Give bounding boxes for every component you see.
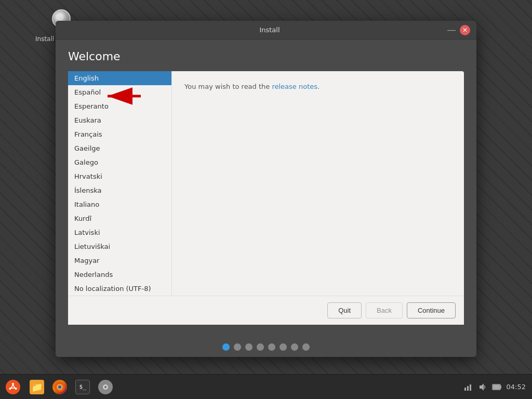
- footer-buttons: Quit Back Continue: [68, 296, 464, 325]
- install-window: Install — ✕ Welcome EnglishEspañolEspera…: [56, 21, 476, 357]
- taskbar-apps: 📁 $_: [26, 376, 116, 398]
- taskbar-app-firefox[interactable]: [49, 376, 71, 398]
- svg-rect-14: [470, 384, 471, 391]
- content-row: EnglishEspañolEsperantoEuskaraFrançaisGa…: [68, 71, 464, 296]
- continue-button[interactable]: Continue: [407, 302, 456, 318]
- language-item-espanol[interactable]: Español: [68, 85, 171, 99]
- release-notes-link[interactable]: release notes: [272, 83, 317, 90]
- battery-icon[interactable]: [492, 382, 502, 392]
- language-item-gaeilge[interactable]: Gaeilge: [68, 141, 171, 155]
- language-item-hrvatski[interactable]: Hrvatski: [68, 169, 171, 183]
- svg-rect-12: [464, 388, 466, 391]
- right-panel: You may wish to read the release notes.: [172, 71, 464, 296]
- progress-dot-7: [302, 343, 310, 351]
- desktop-install-label: Install: [35, 35, 54, 43]
- welcome-heading: Welcome: [68, 50, 464, 63]
- back-button[interactable]: Back: [366, 302, 403, 318]
- language-item-galego[interactable]: Galego: [68, 155, 171, 169]
- language-item-no_localization[interactable]: No localization (UTF-8): [68, 282, 171, 296]
- progress-dots: [56, 335, 476, 357]
- window-title: Install: [93, 26, 446, 34]
- files-icon: 📁: [30, 380, 44, 394]
- language-item-lietuviska[interactable]: Lietuviškai: [68, 240, 171, 254]
- taskbar-right: 04:52: [463, 382, 530, 392]
- network-icon[interactable]: [463, 382, 473, 392]
- progress-dot-6: [291, 343, 298, 351]
- progress-dot-5: [280, 343, 287, 351]
- firefox-icon: [52, 380, 67, 394]
- svg-rect-17: [500, 385, 501, 389]
- window-controls: — ✕: [446, 25, 470, 35]
- main-content-area: EnglishEspañolEsperantoEuskaraFrançaisGa…: [68, 71, 464, 325]
- svg-marker-15: [480, 383, 484, 391]
- language-item-francais[interactable]: Français: [68, 127, 171, 141]
- release-note-paragraph: You may wish to read the release notes.: [184, 82, 451, 92]
- language-item-english[interactable]: English: [68, 71, 171, 85]
- window-titlebar: Install — ✕: [56, 21, 476, 39]
- window-body: Welcome EnglishEspañolEsperantoEuskaraFr…: [56, 39, 476, 335]
- clock: 04:52: [507, 383, 526, 391]
- release-text-before: You may wish to read the: [184, 83, 272, 90]
- ubuntu-logo: [6, 380, 20, 394]
- language-item-italiano[interactable]: Italiano: [68, 197, 171, 211]
- progress-dot-4: [268, 343, 275, 351]
- language-item-kurdi[interactable]: Kurdî: [68, 211, 171, 225]
- svg-rect-18: [493, 385, 500, 389]
- language-item-nederlands[interactable]: Nederlands: [68, 268, 171, 282]
- language-item-islenska[interactable]: Íslenska: [68, 183, 171, 197]
- svg-rect-13: [467, 386, 469, 391]
- svg-point-8: [58, 385, 61, 389]
- taskbar-app-terminal[interactable]: $_: [72, 376, 94, 398]
- release-text-after: .: [317, 83, 320, 90]
- minimize-button[interactable]: —: [446, 25, 457, 35]
- svg-point-11: [104, 386, 107, 388]
- quit-button[interactable]: Quit: [327, 302, 362, 318]
- language-list[interactable]: EnglishEspañolEsperantoEuskaraFrançaisGa…: [68, 71, 172, 296]
- progress-dot-2: [245, 343, 252, 351]
- language-item-latviski[interactable]: Latviski: [68, 225, 171, 240]
- language-item-euskara[interactable]: Euskara: [68, 113, 171, 127]
- progress-dot-0: [222, 343, 230, 351]
- taskbar: 📁 $_: [0, 374, 532, 399]
- sound-icon[interactable]: [477, 382, 488, 392]
- language-item-magyar[interactable]: Magyar: [68, 254, 171, 268]
- progress-dot-3: [257, 343, 264, 351]
- close-button[interactable]: ✕: [460, 25, 470, 35]
- progress-dot-1: [234, 343, 241, 351]
- install-icon: [98, 380, 113, 394]
- terminal-icon: $_: [75, 380, 90, 394]
- taskbar-app-files[interactable]: 📁: [26, 376, 48, 398]
- taskbar-app-install[interactable]: [95, 376, 116, 398]
- start-button[interactable]: [2, 376, 24, 398]
- language-item-esperanto[interactable]: Esperanto: [68, 99, 171, 113]
